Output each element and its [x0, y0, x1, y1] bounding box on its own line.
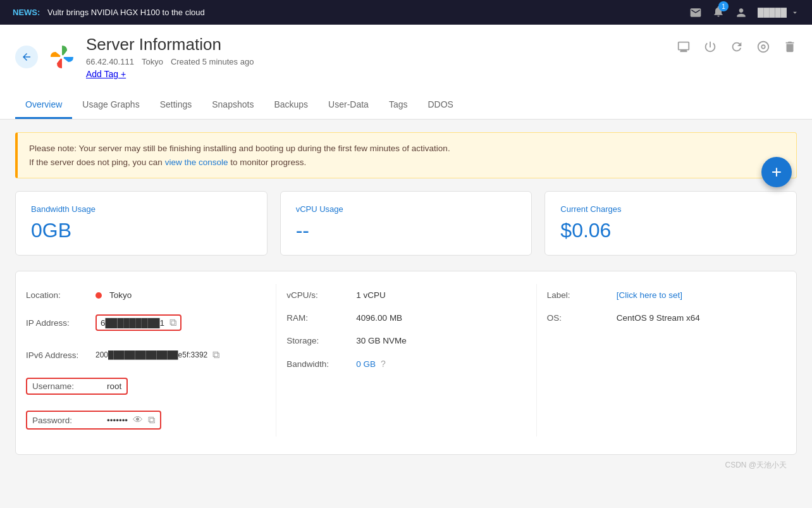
info-col-2: vCPU/s: 1 vCPU RAM: 4096.00 MB Storage: …	[276, 284, 536, 437]
console-icon[interactable]	[677, 40, 691, 54]
page-title: Server Information	[86, 35, 254, 54]
label-vcpu: vCPU/s:	[286, 290, 356, 300]
value-bandwidth: 0 GB ?	[356, 359, 386, 369]
tab-snapshots[interactable]: Snapshots	[202, 92, 264, 119]
tab-user-data[interactable]: User-Data	[318, 92, 379, 119]
location-dot	[95, 292, 102, 299]
stat-value-charges: $0.06	[560, 219, 781, 242]
label-password: Password:	[32, 416, 102, 425]
disk-icon[interactable]	[756, 40, 770, 54]
svg-point-0	[60, 55, 64, 59]
info-row-username: Username: root	[26, 371, 266, 402]
info-row-label: Label: [Click here to set]	[547, 284, 786, 307]
password-highlight-box: Password: ••••••• 👁 ⧉	[26, 411, 161, 430]
server-created: Created 5 minutes ago	[171, 57, 254, 66]
label-os: OS:	[547, 313, 617, 323]
header-left: Server Information 66.42.40.111 Tokyo Cr…	[15, 35, 254, 79]
value-vcpu: 1 vCPU	[356, 290, 386, 300]
alert-box: Please note: Your server may still be fi…	[15, 132, 797, 178]
info-grid: Location: Tokyo IP Address: 6█████████1 …	[16, 276, 796, 444]
info-row-vcpu: vCPU/s: 1 vCPU	[286, 284, 526, 307]
tab-tags[interactable]: Tags	[379, 92, 418, 119]
news-content: NEWS: Vultr brings NVIDIA HGX H100 to th…	[13, 8, 205, 17]
notification-badge: 1	[718, 1, 729, 11]
label-storage: Storage:	[286, 336, 356, 345]
alert-text2: If the server does not ping, you can	[29, 158, 165, 167]
info-row-ram: RAM: 4096.00 MB	[286, 307, 526, 330]
tab-settings[interactable]: Settings	[150, 92, 202, 119]
value-username: root	[107, 381, 121, 391]
watermark: CSDN @天池小天	[15, 455, 797, 476]
value-password: •••••••	[107, 416, 128, 425]
info-col-1: Location: Tokyo IP Address: 6█████████1 …	[16, 284, 276, 437]
value-location: Tokyo	[95, 290, 132, 300]
value-label[interactable]: [Click here to set]	[617, 290, 682, 300]
tab-usage-graphs[interactable]: Usage Graphs	[72, 92, 149, 119]
stat-value-bandwidth: 0GB	[31, 219, 252, 242]
stat-label-charges: Current Charges	[560, 204, 781, 214]
info-row-os: OS: CentOS 9 Stream x64	[547, 307, 786, 330]
news-text: Vultr brings NVIDIA HGX H100 to the clou…	[47, 8, 205, 17]
label-label: Label:	[547, 290, 617, 300]
copy-password-icon[interactable]: ⧉	[148, 414, 155, 426]
value-storage: 30 GB NVMe	[356, 336, 407, 345]
alert-text3: to monitor progress.	[230, 158, 306, 167]
power-icon[interactable]	[703, 40, 717, 54]
stats-row: Bandwidth Usage 0GB vCPU Usage -- Curren…	[15, 191, 797, 256]
tab-overview[interactable]: Overview	[15, 92, 72, 119]
stat-card-vcpu: vCPU Usage --	[280, 191, 532, 256]
bandwidth-link[interactable]: 0 GB	[356, 359, 376, 369]
tab-backups[interactable]: Backups	[264, 92, 318, 119]
header-actions	[677, 35, 797, 54]
value-ipv6: 200█████████████e5f:3392 ⧉	[95, 349, 219, 361]
user-icon[interactable]	[735, 6, 747, 19]
chevron-down-icon	[790, 8, 799, 17]
tab-ddos[interactable]: DDOS	[417, 92, 463, 119]
server-logo	[48, 43, 76, 71]
header: Server Information 66.42.40.111 Tokyo Cr…	[0, 25, 812, 120]
server-location: Tokyo	[142, 57, 163, 66]
tabs-nav: Overview Usage Graphs Settings Snapshots…	[15, 92, 797, 119]
info-row-ip: IP Address: 6█████████1 ⧉	[26, 308, 266, 338]
info-section: Location: Tokyo IP Address: 6█████████1 …	[15, 271, 797, 455]
add-tag-link[interactable]: Add Tag +	[86, 69, 126, 79]
server-meta: 66.42.40.111 Tokyo Created 5 minutes ago	[86, 57, 254, 66]
label-ram: RAM:	[286, 313, 356, 323]
label-username: Username:	[32, 381, 102, 391]
back-button[interactable]	[15, 46, 38, 68]
stat-value-vcpu: --	[296, 219, 517, 242]
top-icons: 1 █████	[689, 5, 799, 20]
value-ip: 6█████████1	[101, 318, 164, 328]
info-row-password: Password: ••••••• 👁 ⧉	[26, 404, 266, 437]
server-title: Server Information 66.42.40.111 Tokyo Cr…	[86, 35, 254, 79]
eye-icon[interactable]: 👁	[133, 414, 143, 426]
username-display: █████	[758, 8, 787, 17]
label-location: Location:	[26, 290, 95, 300]
server-ip: 66.42.40.111	[86, 57, 134, 66]
bandwidth-help-icon[interactable]: ?	[381, 359, 386, 369]
news-bar: NEWS: Vultr brings NVIDIA HGX H100 to th…	[0, 0, 812, 25]
fab-button[interactable]: +	[761, 157, 792, 187]
view-console-link[interactable]: view the console	[165, 158, 228, 167]
info-row-bandwidth: Bandwidth: 0 GB ?	[286, 352, 526, 376]
refresh-icon[interactable]	[730, 40, 744, 54]
value-ram: 4096.00 MB	[356, 313, 402, 323]
user-chip[interactable]: █████	[758, 8, 799, 17]
main-content: Please note: Your server may still be fi…	[0, 120, 812, 508]
alert-line1: Please note: Your server may still be fi…	[29, 142, 785, 156]
label-ipv6: IPv6 Address:	[26, 350, 95, 360]
copy-ip-icon[interactable]: ⧉	[169, 317, 176, 328]
mail-icon[interactable]	[689, 6, 702, 19]
copy-ipv6-icon[interactable]: ⧉	[212, 349, 219, 361]
info-row-storage: Storage: 30 GB NVMe	[286, 330, 526, 352]
notification-wrap: 1	[712, 5, 725, 20]
value-os: CentOS 9 Stream x64	[617, 313, 700, 323]
back-arrow-icon	[21, 51, 32, 63]
label-ip: IP Address:	[26, 318, 95, 328]
delete-icon[interactable]	[783, 40, 797, 54]
stat-label-bandwidth: Bandwidth Usage	[31, 204, 252, 214]
label-bandwidth: Bandwidth:	[286, 359, 356, 369]
stat-card-charges: Current Charges $0.06	[544, 191, 797, 256]
username-highlight-box: Username: root	[26, 378, 128, 395]
stat-card-bandwidth: Bandwidth Usage 0GB	[15, 191, 268, 256]
